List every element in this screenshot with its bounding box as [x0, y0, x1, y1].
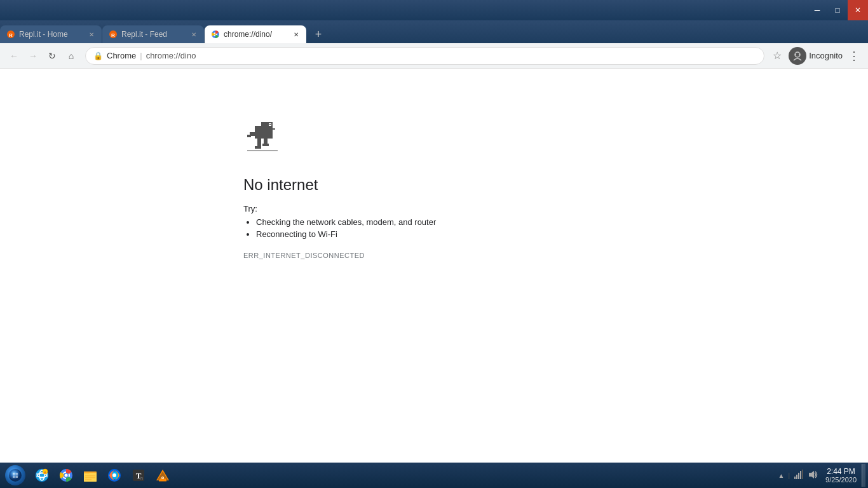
volume-tray-icon[interactable]	[808, 470, 818, 482]
bookmark-star-button[interactable]: ☆	[768, 47, 786, 65]
tab-close-replit-feed[interactable]: ✕	[189, 29, 199, 39]
taskbar-app-ie[interactable]: e	[31, 464, 53, 487]
svg-rect-56	[800, 471, 801, 479]
svg-rect-54	[796, 475, 797, 479]
address-bar: ← → ↻ ⌂ 🔒 Chrome | chrome://dino ☆ Incog…	[0, 43, 868, 69]
tab-close-replit-home[interactable]: ✕	[86, 29, 97, 39]
svg-rect-50	[159, 480, 166, 482]
dino-image	[243, 119, 281, 161]
taskbar-app-typora[interactable]: T h	[127, 464, 150, 487]
error-suggestions: Checking the network cables, modem, and …	[243, 217, 436, 241]
title-bar-controls: ─ □ ✕	[807, 0, 868, 20]
svg-rect-15	[247, 135, 251, 137]
svg-point-34	[65, 474, 68, 477]
svg-rect-24	[16, 473, 18, 475]
system-tray: ▲ |	[776, 470, 821, 482]
taskbar-apps: e	[31, 464, 174, 487]
svg-rect-55	[798, 473, 799, 479]
dino-container: No internet Try: Checking the network ca…	[243, 119, 868, 259]
svg-text:h: h	[140, 476, 143, 480]
svg-point-52	[162, 477, 163, 478]
svg-rect-26	[16, 476, 18, 478]
svg-rect-16	[265, 133, 269, 136]
url-bar[interactable]: 🔒 Chrome | chrome://dino	[85, 47, 764, 65]
tab-favicon-replit-home: R	[6, 30, 15, 39]
refresh-button[interactable]: ↻	[43, 47, 61, 65]
incognito-label: Incognito	[809, 51, 843, 60]
svg-text:e: e	[44, 470, 46, 474]
minimize-button[interactable]: ─	[807, 0, 827, 20]
network-tray-icon[interactable]	[794, 470, 804, 482]
url-separator: |	[140, 51, 142, 60]
svg-rect-53	[794, 477, 796, 479]
url-path: chrome://dino	[146, 51, 196, 60]
chrome-menu-button[interactable]: ⋮	[845, 47, 863, 65]
clock-date: 9/25/2020	[825, 476, 857, 484]
svg-rect-20	[262, 144, 269, 146]
svg-marker-58	[809, 471, 814, 478]
error-suggestion-2: Reconnecting to Wi-Fi	[256, 229, 436, 239]
clock-area[interactable]: 2:44 PM 9/25/2020	[820, 467, 862, 484]
svg-rect-17	[257, 139, 261, 147]
taskbar-app-explorer[interactable]	[79, 464, 102, 487]
svg-text:R: R	[111, 32, 115, 38]
tab-title-replit-home: Repl.it - Home	[19, 30, 84, 39]
svg-point-43	[112, 473, 116, 477]
tray-separator: |	[788, 472, 790, 479]
close-button[interactable]: ✕	[848, 0, 868, 20]
home-button[interactable]: ⌂	[62, 47, 80, 65]
title-bar: ─ □ ✕	[0, 0, 868, 20]
tab-favicon-replit-feed: R	[109, 30, 118, 39]
error-title: No internet	[243, 176, 318, 194]
incognito-area: Incognito	[789, 47, 843, 65]
chrome-brand-label: Chrome	[107, 51, 136, 60]
tab-title-chrome-dino: chrome://dino/	[224, 30, 288, 39]
page-content: No internet Try: Checking the network ca…	[0, 69, 868, 437]
tab-close-chrome-dino[interactable]: ✕	[291, 29, 301, 39]
tab-replit-home[interactable]: R Repl.it - Home ✕	[0, 25, 102, 43]
svg-rect-19	[255, 146, 261, 149]
url-security-icon: 🔒	[93, 51, 103, 60]
start-button[interactable]	[3, 464, 28, 487]
error-code: ERR_INTERNET_DISCONNECTED	[243, 252, 365, 259]
tab-chrome-dino[interactable]: chrome://dino/ ✕	[205, 25, 306, 43]
start-orb-icon	[5, 465, 25, 485]
taskbar-app-vlc[interactable]	[151, 464, 174, 487]
svg-point-7	[795, 54, 796, 55]
taskbar: e	[0, 463, 868, 488]
show-desktop-button[interactable]	[862, 464, 865, 487]
svg-rect-12	[269, 124, 271, 125]
error-suggestion-1: Checking the network cables, modem, and …	[256, 217, 436, 227]
taskbar-app-chrome[interactable]	[55, 464, 78, 487]
tab-replit-feed[interactable]: R Repl.it - Feed ✕	[102, 25, 204, 43]
taskbar-app-firefox[interactable]	[103, 464, 126, 487]
svg-text:R: R	[9, 32, 13, 38]
svg-rect-39	[85, 477, 95, 478]
svg-rect-25	[13, 476, 15, 478]
error-try-label: Try:	[243, 204, 257, 214]
maximize-button[interactable]: □	[827, 0, 848, 20]
svg-point-8	[799, 54, 800, 55]
incognito-icon	[789, 47, 806, 65]
svg-rect-13	[271, 128, 275, 130]
svg-rect-40	[85, 479, 92, 480]
svg-point-22	[9, 469, 22, 482]
svg-rect-37	[84, 471, 90, 473]
tab-title-replit-feed: Repl.it - Feed	[121, 30, 186, 39]
back-button[interactable]: ←	[5, 47, 23, 65]
forward-button[interactable]: →	[24, 47, 42, 65]
new-tab-button[interactable]: +	[309, 25, 327, 43]
svg-rect-57	[802, 470, 803, 479]
tab-bar: R Repl.it - Home ✕ R Repl.it - Feed ✕	[0, 20, 868, 43]
tray-expand-button[interactable]: ▲	[778, 472, 785, 479]
clock-time: 2:44 PM	[827, 467, 855, 476]
svg-rect-21	[247, 150, 278, 151]
tab-favicon-chrome-dino	[211, 30, 220, 39]
svg-rect-23	[13, 473, 15, 475]
svg-rect-38	[85, 475, 95, 477]
